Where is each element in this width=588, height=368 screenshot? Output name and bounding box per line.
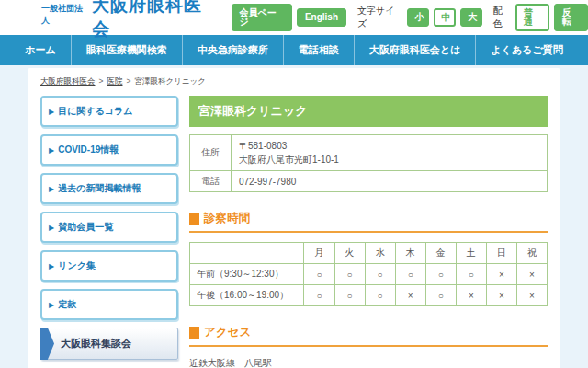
hours-mark: × [486, 264, 516, 285]
top-header: 一般社団法人 大阪府眼科医会 会員ページ English 文字サイズ 小 中 大… [0, 0, 588, 35]
triangle-icon: ▶ [49, 262, 54, 270]
color-normal-button[interactable]: 普通 [515, 4, 549, 31]
nav-item-emergency-clinic[interactable]: 中央急病診療所 [182, 35, 283, 65]
hours-mark: ○ [365, 285, 395, 306]
phone-label: 電話 [190, 171, 232, 192]
breadcrumb-separator: > [99, 76, 104, 86]
hours-mark: × [486, 285, 516, 306]
hours-mark: × [516, 285, 547, 306]
day-header: 木 [395, 243, 425, 264]
main-nav: ホーム 眼科医療機関検索 中央急病診療所 電話相談 大阪府眼科医会とは よくある… [0, 35, 588, 65]
hours-mark: × [395, 285, 425, 306]
phone-value: 072-997-7980 [232, 171, 548, 192]
hours-mark: ○ [456, 264, 486, 285]
font-size-large-button[interactable]: 大 [460, 8, 482, 27]
sidebar: ▶ 目に関するコラム ▶ COVID-19情報 ▶ 過去の新聞掲載情報 ▶ 賛助… [40, 96, 178, 368]
sidebar-item-label: 賛助会員一覧 [58, 221, 113, 234]
table-row: 電話 072-997-7980 [190, 171, 548, 192]
org-type-label: 一般社団法人 [41, 3, 90, 27]
hours-section-title: 診察時間 [204, 211, 250, 226]
access-section-title: アクセス [204, 325, 251, 340]
section-marker-icon [189, 327, 199, 339]
sidebar-item-covid19[interactable]: ▶ COVID-19情報 [40, 134, 178, 166]
breadcrumb: 大阪府眼科医会>医院>宮澤眼科クリニック [40, 76, 548, 87]
address-label: 住所 [190, 135, 232, 171]
hours-section-heading: 診察時間 [189, 211, 548, 233]
day-header: 日 [486, 243, 516, 264]
main-content: 宮澤眼科クリニック 住所 〒581-0803 大阪府八尾市光町1-10-1 電話… [189, 96, 548, 368]
sidebar-banner-label: 大阪眼科集談会 [61, 338, 131, 349]
table-row: 午後（16:00～19:00） ○ ○ ○ × ○ × × × [190, 285, 548, 306]
day-header: 水 [365, 243, 395, 264]
nav-item-phone-consult[interactable]: 電話相談 [283, 35, 354, 65]
content-card: 大阪府眼科医会>医院>宮澤眼科クリニック ▶ 目に関するコラム ▶ COVID-… [28, 68, 560, 368]
hours-mark: ○ [425, 285, 456, 306]
sidebar-item-supporting-members[interactable]: ▶ 賛助会員一覧 [40, 212, 178, 243]
breadcrumb-separator: > [126, 76, 130, 86]
triangle-icon: ▶ [49, 146, 54, 155]
triangle-icon: ▶ [49, 185, 54, 193]
arrow-right-icon [40, 328, 54, 360]
hours-mark: ○ [395, 264, 425, 285]
breadcrumb-clinics-link[interactable]: 医院 [107, 76, 122, 86]
page-background: 大阪府眼科医会>医院>宮澤眼科クリニック ▶ 目に関するコラム ▶ COVID-… [0, 65, 588, 368]
table-row: 住所 〒581-0803 大阪府八尾市光町1-10-1 [190, 135, 548, 171]
sidebar-item-eye-column[interactable]: ▶ 目に関するコラム [40, 96, 178, 127]
street-address: 大阪府八尾市光町1-10-1 [239, 153, 539, 167]
hours-mark: ○ [304, 285, 334, 306]
hours-table: 月 火 水 木 金 土 日 祝 午前（9:30～12:30） ○ ○ ○ [189, 242, 548, 306]
postal-code: 〒581-0803 [239, 139, 539, 153]
access-section-heading: アクセス [189, 325, 548, 347]
breadcrumb-current: 宮澤眼科クリニック [134, 76, 206, 86]
header-tools: 会員ページ English 文字サイズ 小 中 大 配色 普通 反転 [232, 4, 588, 31]
table-row: 午前（9:30～12:30） ○ ○ ○ ○ ○ ○ × × [190, 264, 548, 285]
section-marker-icon [189, 213, 199, 225]
english-button[interactable]: English [297, 8, 346, 27]
nav-item-faq[interactable]: よくあるご質問 [475, 35, 577, 65]
nav-item-home[interactable]: ホーム [10, 35, 71, 65]
hours-mark: × [516, 264, 547, 285]
member-page-button[interactable]: 会員ページ [232, 4, 292, 31]
nav-item-clinic-search[interactable]: 眼科医療機関検索 [71, 35, 182, 65]
day-header: 祝 [516, 243, 547, 264]
sidebar-item-label: リンク集 [58, 259, 96, 272]
triangle-icon: ▶ [49, 108, 54, 116]
hours-mark: × [456, 285, 486, 306]
color-scheme-label: 配色 [493, 5, 511, 30]
triangle-icon: ▶ [49, 224, 54, 232]
hours-mark: ○ [334, 264, 365, 285]
sidebar-banner-osaka-ophthalmic-meeting[interactable]: 大阪眼科集談会 [40, 328, 178, 360]
font-size-label: 文字サイズ [357, 5, 402, 30]
access-text: 近鉄大阪線 八尾駅 [189, 357, 548, 368]
font-size-small-button[interactable]: 小 [407, 8, 429, 27]
clinic-info-table: 住所 〒581-0803 大阪府八尾市光町1-10-1 電話 072-997-7… [189, 134, 548, 192]
table-header-row: 月 火 水 木 金 土 日 祝 [190, 243, 548, 264]
day-header: 金 [425, 243, 456, 264]
sidebar-item-newspaper-archive[interactable]: ▶ 過去の新聞掲載情報 [40, 173, 178, 204]
day-header: 月 [304, 243, 334, 264]
hours-row-label: 午前（9:30～12:30） [190, 264, 304, 285]
day-header: 土 [456, 243, 486, 264]
sidebar-item-label: 定款 [58, 298, 76, 311]
hours-mark: ○ [304, 264, 334, 285]
sidebar-item-articles[interactable]: ▶ 定款 [40, 289, 178, 320]
hours-corner-cell [190, 243, 304, 264]
sidebar-item-label: 目に関するコラム [58, 105, 132, 118]
hours-row-label: 午後（16:00～19:00） [190, 285, 304, 306]
sidebar-item-label: COVID-19情報 [58, 144, 119, 156]
color-invert-button[interactable]: 反転 [554, 4, 588, 31]
hours-mark: ○ [365, 264, 395, 285]
sidebar-item-links[interactable]: ▶ リンク集 [40, 250, 178, 282]
triangle-icon: ▶ [49, 301, 54, 309]
hours-mark: ○ [334, 285, 365, 306]
nav-item-about[interactable]: 大阪府眼科医会とは [354, 35, 476, 65]
page-title: 宮澤眼科クリニック [189, 96, 548, 127]
address-value: 〒581-0803 大阪府八尾市光町1-10-1 [232, 135, 548, 171]
breadcrumb-home-link[interactable]: 大阪府眼科医会 [40, 76, 96, 86]
day-header: 火 [334, 243, 365, 264]
sidebar-item-label: 過去の新聞掲載情報 [58, 182, 141, 195]
hours-mark: ○ [425, 264, 456, 285]
font-size-medium-button[interactable]: 中 [434, 8, 456, 27]
